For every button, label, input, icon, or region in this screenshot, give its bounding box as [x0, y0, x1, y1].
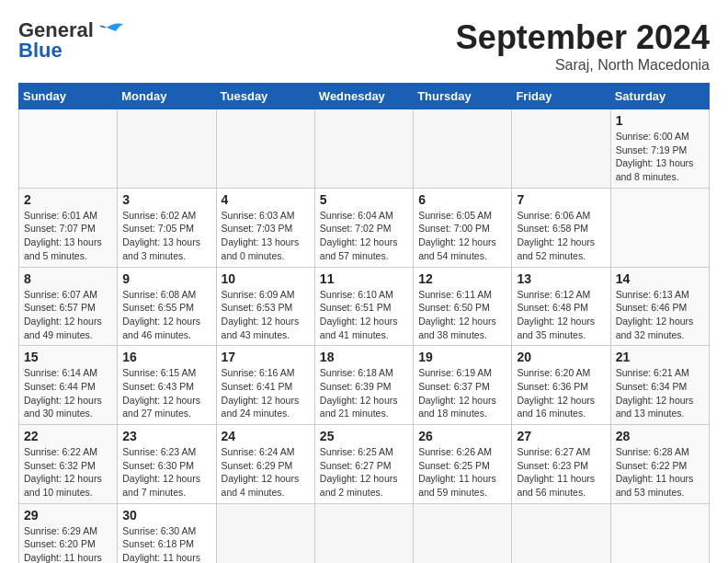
day-number: 27: [517, 429, 605, 443]
page-header: General Blue September 2024 Saraj, North…: [18, 18, 710, 74]
day-info: Sunrise: 6:19 AMSunset: 6:37 PMDaylight:…: [418, 367, 496, 419]
logo-bird-icon: [97, 20, 125, 40]
day-info: Sunrise: 6:16 AMSunset: 6:41 PMDaylight:…: [222, 367, 300, 419]
month-title: September 2024: [456, 18, 710, 57]
empty-cell: [19, 109, 118, 189]
day-number: 4: [222, 192, 310, 207]
calendar-day-9: 9Sunrise: 6:08 AMSunset: 6:55 PMDaylight…: [118, 267, 216, 346]
day-number: 14: [616, 271, 704, 286]
calendar-week-2: 2Sunrise: 6:01 AMSunset: 7:07 PMDaylight…: [19, 188, 710, 267]
day-number: 13: [517, 271, 605, 286]
day-number: 16: [122, 350, 210, 364]
day-info: Sunrise: 6:24 AMSunset: 6:29 PMDaylight:…: [222, 446, 300, 498]
col-header-sunday: Sunday: [19, 84, 118, 109]
day-info: Sunrise: 6:08 AMSunset: 6:55 PMDaylight:…: [122, 289, 200, 340]
day-number: 2: [24, 192, 112, 207]
calendar-day-18: 18Sunrise: 6:18 AMSunset: 6:39 PMDayligh…: [314, 346, 413, 425]
day-info: Sunrise: 6:26 AMSunset: 6:25 PMDaylight:…: [418, 446, 496, 498]
empty-cell: [610, 188, 709, 267]
calendar-day-27: 27Sunrise: 6:27 AMSunset: 6:23 PMDayligh…: [512, 425, 610, 504]
calendar-day-3: 3Sunrise: 6:02 AMSunset: 7:05 PMDaylight…: [118, 188, 216, 267]
day-info: Sunrise: 6:14 AMSunset: 6:44 PMDaylight:…: [24, 367, 102, 419]
calendar-header-row: SundayMondayTuesdayWednesdayThursdayFrid…: [19, 84, 710, 109]
calendar-day-8: 8Sunrise: 6:07 AMSunset: 6:57 PMDaylight…: [19, 267, 118, 346]
day-number: 17: [222, 350, 310, 364]
calendar-day-24: 24Sunrise: 6:24 AMSunset: 6:29 PMDayligh…: [216, 425, 314, 504]
day-number: 25: [320, 429, 408, 443]
calendar-day-1: 1Sunrise: 6:00 AMSunset: 7:19 PMDaylight…: [610, 109, 709, 189]
col-header-wednesday: Wednesday: [314, 84, 413, 109]
day-number: 19: [418, 350, 506, 364]
day-number: 22: [24, 429, 112, 443]
day-number: 8: [24, 271, 112, 286]
calendar-day-25: 25Sunrise: 6:25 AMSunset: 6:27 PMDayligh…: [314, 425, 413, 504]
calendar-day-23: 23Sunrise: 6:23 AMSunset: 6:30 PMDayligh…: [118, 425, 216, 504]
day-number: 9: [122, 271, 210, 286]
day-number: 15: [24, 350, 112, 364]
day-info: Sunrise: 6:13 AMSunset: 6:46 PMDaylight:…: [616, 289, 694, 340]
day-info: Sunrise: 6:03 AMSunset: 7:03 PMDaylight:…: [222, 210, 300, 261]
calendar-day-19: 19Sunrise: 6:19 AMSunset: 6:37 PMDayligh…: [414, 346, 512, 425]
col-header-saturday: Saturday: [610, 84, 709, 109]
calendar-day-17: 17Sunrise: 6:16 AMSunset: 6:41 PMDayligh…: [216, 346, 314, 425]
day-number: 29: [24, 508, 112, 523]
calendar-week-4: 15Sunrise: 6:14 AMSunset: 6:44 PMDayligh…: [19, 346, 710, 425]
day-info: Sunrise: 6:04 AMSunset: 7:02 PMDaylight:…: [320, 210, 398, 261]
empty-cell: [414, 109, 512, 189]
empty-cell: [314, 109, 413, 189]
calendar-day-20: 20Sunrise: 6:20 AMSunset: 6:36 PMDayligh…: [512, 346, 610, 425]
day-number: 1: [616, 113, 704, 128]
location: Saraj, North Macedonia: [456, 57, 710, 74]
empty-cell: [414, 503, 512, 563]
day-info: Sunrise: 6:21 AMSunset: 6:34 PMDaylight:…: [616, 367, 694, 419]
day-number: 18: [320, 350, 408, 364]
calendar-day-15: 15Sunrise: 6:14 AMSunset: 6:44 PMDayligh…: [19, 346, 118, 425]
day-info: Sunrise: 6:28 AMSunset: 6:22 PMDaylight:…: [616, 446, 694, 498]
day-info: Sunrise: 6:00 AMSunset: 7:19 PMDaylight:…: [616, 131, 694, 182]
col-header-thursday: Thursday: [414, 84, 512, 109]
calendar-day-13: 13Sunrise: 6:12 AMSunset: 6:48 PMDayligh…: [512, 267, 610, 346]
day-number: 21: [616, 350, 704, 364]
calendar-day-28: 28Sunrise: 6:28 AMSunset: 6:22 PMDayligh…: [610, 425, 709, 504]
day-number: 10: [222, 271, 310, 286]
day-info: Sunrise: 6:25 AMSunset: 6:27 PMDaylight:…: [320, 446, 398, 498]
calendar-day-10: 10Sunrise: 6:09 AMSunset: 6:53 PMDayligh…: [216, 267, 314, 346]
day-info: Sunrise: 6:30 AMSunset: 6:18 PMDaylight:…: [122, 525, 200, 563]
day-number: 6: [418, 192, 506, 207]
day-number: 26: [418, 429, 506, 443]
day-info: Sunrise: 6:07 AMSunset: 6:57 PMDaylight:…: [24, 289, 102, 340]
calendar-day-4: 4Sunrise: 6:03 AMSunset: 7:03 PMDaylight…: [216, 188, 314, 267]
day-info: Sunrise: 6:12 AMSunset: 6:48 PMDaylight:…: [517, 289, 595, 340]
day-number: 3: [122, 192, 210, 207]
day-info: Sunrise: 6:29 AMSunset: 6:20 PMDaylight:…: [24, 525, 102, 563]
empty-cell: [314, 503, 413, 563]
day-number: 5: [320, 192, 408, 207]
day-info: Sunrise: 6:05 AMSunset: 7:00 PMDaylight:…: [418, 210, 496, 261]
calendar-day-30: 30Sunrise: 6:30 AMSunset: 6:18 PMDayligh…: [118, 503, 216, 563]
day-number: 23: [122, 429, 210, 443]
empty-cell: [216, 503, 314, 563]
day-info: Sunrise: 6:02 AMSunset: 7:05 PMDaylight:…: [122, 210, 200, 261]
calendar-day-29: 29Sunrise: 6:29 AMSunset: 6:20 PMDayligh…: [19, 503, 118, 563]
day-info: Sunrise: 6:18 AMSunset: 6:39 PMDaylight:…: [320, 367, 398, 419]
calendar-day-11: 11Sunrise: 6:10 AMSunset: 6:51 PMDayligh…: [314, 267, 413, 346]
empty-cell: [118, 109, 216, 189]
calendar-day-22: 22Sunrise: 6:22 AMSunset: 6:32 PMDayligh…: [19, 425, 118, 504]
calendar-day-7: 7Sunrise: 6:06 AMSunset: 6:58 PMDaylight…: [512, 188, 610, 267]
day-number: 20: [517, 350, 605, 364]
empty-cell: [216, 109, 314, 189]
day-info: Sunrise: 6:20 AMSunset: 6:36 PMDaylight:…: [517, 367, 595, 419]
calendar-week-6: 29Sunrise: 6:29 AMSunset: 6:20 PMDayligh…: [19, 503, 710, 563]
empty-cell: [512, 503, 610, 563]
day-number: 24: [222, 429, 310, 443]
day-info: Sunrise: 6:06 AMSunset: 6:58 PMDaylight:…: [517, 210, 595, 261]
calendar-day-12: 12Sunrise: 6:11 AMSunset: 6:50 PMDayligh…: [414, 267, 512, 346]
day-info: Sunrise: 6:09 AMSunset: 6:53 PMDaylight:…: [222, 289, 300, 340]
day-info: Sunrise: 6:10 AMSunset: 6:51 PMDaylight:…: [320, 289, 398, 340]
calendar-day-2: 2Sunrise: 6:01 AMSunset: 7:07 PMDaylight…: [19, 188, 118, 267]
title-section: September 2024 Saraj, North Macedonia: [456, 18, 710, 74]
day-info: Sunrise: 6:01 AMSunset: 7:07 PMDaylight:…: [24, 210, 102, 261]
empty-cell: [610, 503, 709, 563]
col-header-friday: Friday: [512, 84, 610, 109]
calendar-week-3: 8Sunrise: 6:07 AMSunset: 6:57 PMDaylight…: [19, 267, 710, 346]
